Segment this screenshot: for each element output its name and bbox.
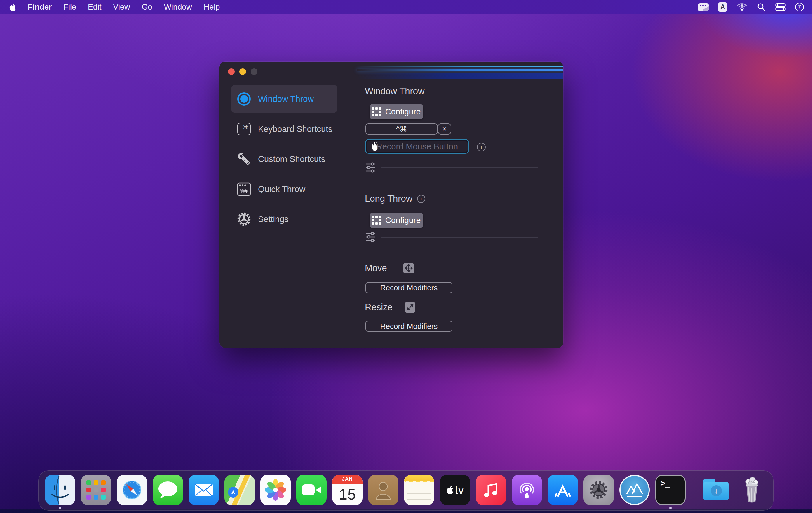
sliders-icon[interactable] [366, 232, 376, 244]
content-pane: Window Throw Configure ^⌘ × Record Mouse… [365, 62, 557, 348]
minimize-button[interactable] [239, 68, 246, 75]
grid-icon [372, 216, 381, 225]
dock-icon-mail[interactable] [188, 475, 219, 505]
clear-x-icon: × [442, 125, 447, 134]
dock-icon-safari[interactable] [117, 475, 147, 505]
dock-icon-finder[interactable] [45, 475, 75, 505]
grid-icon [372, 108, 381, 116]
info-icon[interactable]: i [477, 143, 486, 151]
sidebar-item-keyboard-shortcuts[interactable]: ⌘ Keyboard Shortcuts [231, 115, 338, 143]
dock-icon-maps[interactable] [225, 475, 255, 505]
long-throw-title: Long Throw [365, 193, 412, 204]
shortcut-clear-button[interactable]: × [438, 123, 451, 134]
long-throw-configure-button[interactable]: Configure [370, 213, 423, 228]
zoom-button-disabled[interactable] [251, 68, 257, 75]
menu-go[interactable]: Go [142, 3, 152, 12]
target-ring-icon [236, 92, 252, 105]
move-record-modifiers-button[interactable]: Record Modifiers [366, 282, 453, 293]
sidebar-item-label: Window Throw [258, 94, 314, 104]
dock-separator [693, 475, 694, 505]
sliders-icon[interactable] [366, 162, 376, 174]
calendar-day: 15 [332, 484, 362, 505]
calendar-month: JAN [332, 475, 362, 484]
control-center-icon[interactable] [775, 3, 786, 11]
dock: JAN15 tv >_ ↓ [38, 471, 774, 511]
record-mouse-placeholder: Record Mouse Button [376, 142, 458, 151]
ruler-wrench-icon [236, 152, 252, 166]
sidebar-item-custom-shortcuts[interactable]: Custom Shortcuts [231, 145, 338, 173]
dock-icon-apple-tv[interactable]: tv [440, 475, 470, 505]
sidebar: Window Throw ⌘ Keyboard Shortcuts Custom… [231, 85, 338, 235]
command-key-icon: ⌘ [236, 123, 252, 135]
dock-icon-messages[interactable] [153, 475, 183, 505]
sidebar-item-window-throw[interactable]: Window Throw [231, 85, 338, 113]
dock-icon-downloads[interactable]: ↓ [701, 475, 731, 505]
dock-icon-photos[interactable] [260, 475, 291, 505]
apple-menu-icon[interactable] [9, 3, 16, 11]
wifi-alert-icon[interactable] [737, 2, 747, 12]
gear-icon [236, 212, 252, 227]
menu-bar-left: Finder File Edit View Go Window Help [0, 3, 220, 12]
sidebar-item-settings[interactable]: Settings [231, 205, 338, 233]
mosaic-window-icon[interactable] [698, 3, 709, 11]
dock-icon-music[interactable] [476, 475, 506, 505]
dock-icon-terminal[interactable]: >_ [655, 475, 686, 505]
menu-view[interactable]: View [113, 3, 130, 12]
dock-icon-notes[interactable] [404, 475, 434, 505]
menu-finder[interactable]: Finder [28, 3, 52, 12]
download-arrow-icon: ↓ [711, 485, 722, 496]
dock-icon-calendar[interactable]: JAN15 [332, 475, 362, 505]
window-throw-shortcut-field[interactable]: ^⌘ [366, 123, 438, 134]
dock-icon-facetime[interactable] [296, 475, 327, 505]
resize-record-modifiers-button[interactable]: Record Modifiers [366, 321, 453, 332]
sidebar-item-label: Keyboard Shortcuts [258, 124, 332, 134]
dock-icon-podcasts[interactable] [512, 475, 542, 505]
sidebar-item-label: Settings [258, 214, 289, 224]
menu-bar: Finder File Edit View Go Window Help A 7 [0, 0, 812, 14]
shortcut-value: ^⌘ [396, 125, 407, 134]
section-divider [381, 237, 538, 238]
input-source-icon[interactable]: A [718, 2, 727, 12]
resize-diagonal-icon [405, 302, 415, 312]
move-title: Move [365, 263, 387, 273]
record-mouse-button-field[interactable]: Record Mouse Button [365, 139, 469, 154]
window-throw-configure-button[interactable]: Configure [370, 104, 423, 119]
window-throw-title: Window Throw [365, 86, 425, 97]
dock-icon-launchpad[interactable] [81, 475, 111, 505]
dock-icon-mosaic[interactable] [619, 475, 650, 505]
long-throw-info-icon[interactable]: i [417, 194, 425, 203]
dock-icon-contacts[interactable] [368, 475, 398, 505]
dock-icon-app-store[interactable] [548, 475, 578, 505]
terminal-prompt: >_ [660, 478, 670, 488]
sidebar-item-label: Quick Throw [258, 184, 305, 194]
window-cursors-icon [236, 182, 252, 196]
apple-tv-label: tv [455, 484, 464, 497]
section-divider [381, 168, 538, 168]
sidebar-item-quick-throw[interactable]: Quick Throw [231, 175, 338, 203]
dock-icon-system-preferences[interactable] [583, 475, 614, 505]
mosaic-preferences-window: Window Throw ⌘ Keyboard Shortcuts Custom… [220, 62, 563, 348]
move-arrows-icon [403, 263, 414, 273]
menu-file[interactable]: File [64, 3, 77, 12]
resize-title: Resize [365, 302, 393, 312]
sidebar-item-label: Custom Shortcuts [258, 154, 325, 164]
mouse-icon [370, 141, 379, 152]
spotlight-search-icon[interactable] [757, 2, 766, 12]
menu-help[interactable]: Help [204, 3, 220, 12]
menu-bar-status: A 7 [698, 2, 812, 12]
close-button[interactable] [228, 68, 235, 75]
dock-icon-trash[interactable] [737, 475, 767, 505]
clock-icon[interactable]: 7 [795, 3, 804, 11]
menu-edit[interactable]: Edit [88, 3, 102, 12]
menu-window[interactable]: Window [164, 3, 192, 12]
